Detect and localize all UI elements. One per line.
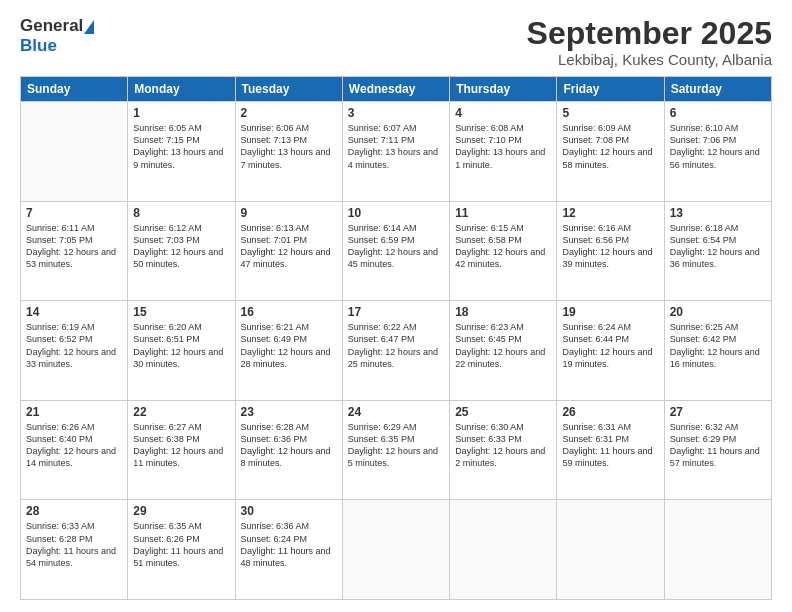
sunrise-text: Sunrise: 6:30 AM <box>455 421 551 433</box>
day-number: 2 <box>241 106 337 120</box>
daylight-text: Daylight: 12 hours and 28 minutes. <box>241 346 337 370</box>
table-row: 3Sunrise: 6:07 AMSunset: 7:11 PMDaylight… <box>342 102 449 202</box>
sunrise-text: Sunrise: 6:28 AM <box>241 421 337 433</box>
day-number: 14 <box>26 305 122 319</box>
day-info: Sunrise: 6:12 AMSunset: 7:03 PMDaylight:… <box>133 222 229 271</box>
daylight-text: Daylight: 12 hours and 36 minutes. <box>670 246 766 270</box>
sunset-text: Sunset: 6:42 PM <box>670 333 766 345</box>
table-row: 24Sunrise: 6:29 AMSunset: 6:35 PMDayligh… <box>342 400 449 500</box>
sunset-text: Sunset: 7:05 PM <box>26 234 122 246</box>
calendar-week-row: 14Sunrise: 6:19 AMSunset: 6:52 PMDayligh… <box>21 301 772 401</box>
sunrise-text: Sunrise: 6:05 AM <box>133 122 229 134</box>
table-row: 5Sunrise: 6:09 AMSunset: 7:08 PMDaylight… <box>557 102 664 202</box>
table-row <box>342 500 449 600</box>
sunrise-text: Sunrise: 6:09 AM <box>562 122 658 134</box>
day-info: Sunrise: 6:21 AMSunset: 6:49 PMDaylight:… <box>241 321 337 370</box>
day-number: 26 <box>562 405 658 419</box>
daylight-text: Daylight: 12 hours and 22 minutes. <box>455 346 551 370</box>
day-number: 3 <box>348 106 444 120</box>
daylight-text: Daylight: 12 hours and 50 minutes. <box>133 246 229 270</box>
sunset-text: Sunset: 6:26 PM <box>133 533 229 545</box>
sunset-text: Sunset: 6:33 PM <box>455 433 551 445</box>
table-row <box>664 500 771 600</box>
daylight-text: Daylight: 11 hours and 57 minutes. <box>670 445 766 469</box>
day-number: 25 <box>455 405 551 419</box>
table-row: 25Sunrise: 6:30 AMSunset: 6:33 PMDayligh… <box>450 400 557 500</box>
table-row: 7Sunrise: 6:11 AMSunset: 7:05 PMDaylight… <box>21 201 128 301</box>
day-number: 19 <box>562 305 658 319</box>
sunrise-text: Sunrise: 6:27 AM <box>133 421 229 433</box>
day-number: 17 <box>348 305 444 319</box>
day-info: Sunrise: 6:07 AMSunset: 7:11 PMDaylight:… <box>348 122 444 171</box>
day-number: 1 <box>133 106 229 120</box>
col-wednesday: Wednesday <box>342 77 449 102</box>
day-number: 8 <box>133 206 229 220</box>
daylight-text: Daylight: 11 hours and 59 minutes. <box>562 445 658 469</box>
page: General Blue September 2025 Lekbibaj, Ku… <box>0 0 792 612</box>
daylight-text: Daylight: 12 hours and 45 minutes. <box>348 246 444 270</box>
daylight-text: Daylight: 11 hours and 48 minutes. <box>241 545 337 569</box>
sunset-text: Sunset: 6:24 PM <box>241 533 337 545</box>
day-info: Sunrise: 6:25 AMSunset: 6:42 PMDaylight:… <box>670 321 766 370</box>
table-row: 16Sunrise: 6:21 AMSunset: 6:49 PMDayligh… <box>235 301 342 401</box>
day-number: 16 <box>241 305 337 319</box>
day-info: Sunrise: 6:24 AMSunset: 6:44 PMDaylight:… <box>562 321 658 370</box>
sunset-text: Sunset: 6:35 PM <box>348 433 444 445</box>
day-number: 11 <box>455 206 551 220</box>
sunrise-text: Sunrise: 6:10 AM <box>670 122 766 134</box>
day-info: Sunrise: 6:13 AMSunset: 7:01 PMDaylight:… <box>241 222 337 271</box>
sunrise-text: Sunrise: 6:15 AM <box>455 222 551 234</box>
table-row: 12Sunrise: 6:16 AMSunset: 6:56 PMDayligh… <box>557 201 664 301</box>
daylight-text: Daylight: 12 hours and 30 minutes. <box>133 346 229 370</box>
sunrise-text: Sunrise: 6:07 AM <box>348 122 444 134</box>
calendar-week-row: 1Sunrise: 6:05 AMSunset: 7:15 PMDaylight… <box>21 102 772 202</box>
col-saturday: Saturday <box>664 77 771 102</box>
daylight-text: Daylight: 12 hours and 25 minutes. <box>348 346 444 370</box>
sunrise-text: Sunrise: 6:16 AM <box>562 222 658 234</box>
day-info: Sunrise: 6:19 AMSunset: 6:52 PMDaylight:… <box>26 321 122 370</box>
day-number: 9 <box>241 206 337 220</box>
day-number: 28 <box>26 504 122 518</box>
table-row: 2Sunrise: 6:06 AMSunset: 7:13 PMDaylight… <box>235 102 342 202</box>
logo-triangle-icon <box>84 20 94 34</box>
day-number: 6 <box>670 106 766 120</box>
sunrise-text: Sunrise: 6:31 AM <box>562 421 658 433</box>
sunrise-text: Sunrise: 6:36 AM <box>241 520 337 532</box>
day-number: 30 <box>241 504 337 518</box>
day-info: Sunrise: 6:09 AMSunset: 7:08 PMDaylight:… <box>562 122 658 171</box>
col-thursday: Thursday <box>450 77 557 102</box>
daylight-text: Daylight: 12 hours and 47 minutes. <box>241 246 337 270</box>
sunrise-text: Sunrise: 6:18 AM <box>670 222 766 234</box>
col-friday: Friday <box>557 77 664 102</box>
table-row: 27Sunrise: 6:32 AMSunset: 6:29 PMDayligh… <box>664 400 771 500</box>
header: General Blue September 2025 Lekbibaj, Ku… <box>20 16 772 68</box>
day-info: Sunrise: 6:20 AMSunset: 6:51 PMDaylight:… <box>133 321 229 370</box>
daylight-text: Daylight: 12 hours and 5 minutes. <box>348 445 444 469</box>
table-row <box>450 500 557 600</box>
sunrise-text: Sunrise: 6:21 AM <box>241 321 337 333</box>
day-info: Sunrise: 6:26 AMSunset: 6:40 PMDaylight:… <box>26 421 122 470</box>
sunrise-text: Sunrise: 6:35 AM <box>133 520 229 532</box>
sunset-text: Sunset: 6:36 PM <box>241 433 337 445</box>
calendar-week-row: 21Sunrise: 6:26 AMSunset: 6:40 PMDayligh… <box>21 400 772 500</box>
day-info: Sunrise: 6:35 AMSunset: 6:26 PMDaylight:… <box>133 520 229 569</box>
sunset-text: Sunset: 6:58 PM <box>455 234 551 246</box>
sunset-text: Sunset: 6:47 PM <box>348 333 444 345</box>
sunrise-text: Sunrise: 6:20 AM <box>133 321 229 333</box>
sunset-text: Sunset: 6:49 PM <box>241 333 337 345</box>
calendar-week-row: 28Sunrise: 6:33 AMSunset: 6:28 PMDayligh… <box>21 500 772 600</box>
day-number: 4 <box>455 106 551 120</box>
sunset-text: Sunset: 7:15 PM <box>133 134 229 146</box>
daylight-text: Daylight: 13 hours and 4 minutes. <box>348 146 444 170</box>
day-info: Sunrise: 6:31 AMSunset: 6:31 PMDaylight:… <box>562 421 658 470</box>
table-row: 6Sunrise: 6:10 AMSunset: 7:06 PMDaylight… <box>664 102 771 202</box>
daylight-text: Daylight: 12 hours and 19 minutes. <box>562 346 658 370</box>
table-row: 23Sunrise: 6:28 AMSunset: 6:36 PMDayligh… <box>235 400 342 500</box>
table-row: 29Sunrise: 6:35 AMSunset: 6:26 PMDayligh… <box>128 500 235 600</box>
day-info: Sunrise: 6:22 AMSunset: 6:47 PMDaylight:… <box>348 321 444 370</box>
daylight-text: Daylight: 12 hours and 58 minutes. <box>562 146 658 170</box>
sunset-text: Sunset: 6:52 PM <box>26 333 122 345</box>
day-number: 23 <box>241 405 337 419</box>
sunrise-text: Sunrise: 6:19 AM <box>26 321 122 333</box>
daylight-text: Daylight: 13 hours and 7 minutes. <box>241 146 337 170</box>
